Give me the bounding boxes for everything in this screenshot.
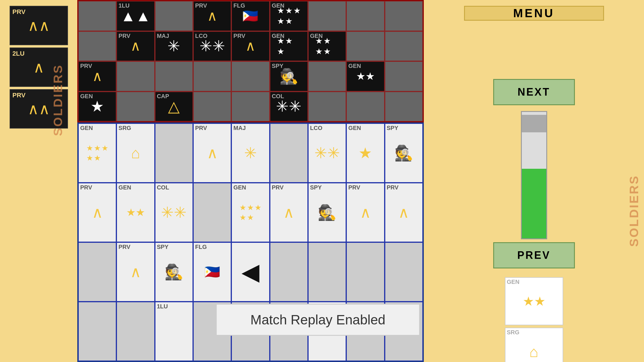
table-row[interactable]: PRV ∧ xyxy=(116,31,155,61)
table-row[interactable]: PRV ∧ xyxy=(385,183,423,242)
prev-button[interactable]: PREV xyxy=(493,242,575,268)
board-wrapper: 1LU ▲▲ PRV ∧ FLG 🇵🇭 GEN ★★★ ★★ PRV ∧ xyxy=(77,0,424,362)
table-row xyxy=(385,92,423,122)
table-row[interactable]: SPY 🕵 xyxy=(270,61,308,92)
table-row[interactable]: GEN ★★ xyxy=(346,61,384,92)
enemy-board: 1LU ▲▲ PRV ∧ FLG 🇵🇭 GEN ★★★ ★★ PRV ∧ xyxy=(77,0,424,122)
table-row[interactable]: PRV ∧ xyxy=(193,1,231,31)
table-row xyxy=(78,242,116,302)
table-row xyxy=(270,242,308,302)
table-row xyxy=(385,1,423,31)
table-row[interactable]: LCO ✳✳ xyxy=(193,31,231,61)
table-row xyxy=(308,61,346,92)
table-row xyxy=(193,92,231,122)
left-soldiers-label: SOLDIERS xyxy=(51,64,65,136)
table-row xyxy=(308,1,346,31)
table-row[interactable]: GEN ★★★ ★★ xyxy=(78,123,116,183)
table-row xyxy=(308,92,346,122)
table-row xyxy=(78,1,116,31)
table-row[interactable]: GEN ★ xyxy=(78,92,116,122)
table-row[interactable]: GEN ★★ ★ xyxy=(270,31,308,61)
table-row xyxy=(78,31,116,61)
table-row xyxy=(193,183,231,242)
table-row xyxy=(308,242,346,302)
progress-thumb xyxy=(522,115,546,132)
right-panel: MENU NEXT PREV GEN ★★ SRG ⌂ 2LU ▲ SOLDIE… xyxy=(424,0,644,362)
table-row[interactable]: 1LU ▲▲ xyxy=(116,1,155,31)
table-row xyxy=(270,123,308,183)
table-row[interactable]: PRV ∧ xyxy=(116,242,155,302)
table-row xyxy=(155,123,193,183)
table-row[interactable]: GEN ★★ xyxy=(116,183,155,242)
table-row[interactable]: COL ✳✳ xyxy=(270,92,308,122)
table-row[interactable]: PRV ∧ xyxy=(270,183,308,242)
table-row xyxy=(231,61,270,92)
table-row[interactable]: PRV ∧ xyxy=(193,123,231,183)
rank-symbol-2: ∧ xyxy=(33,60,44,75)
table-row xyxy=(193,61,231,92)
table-row[interactable]: 1LU xyxy=(155,302,193,361)
table-row xyxy=(346,242,384,302)
table-row[interactable]: MAJ ✳ xyxy=(231,123,270,183)
table-row xyxy=(346,31,384,61)
table-row xyxy=(116,61,155,92)
right-rank-card-1[interactable]: GEN ★★ xyxy=(505,277,563,325)
rank-symbol-3: ∧∧ xyxy=(28,101,50,117)
right-rank-card-2[interactable]: SRG ⌂ xyxy=(505,328,563,362)
table-row[interactable]: PRV ∧ xyxy=(78,61,116,92)
notification-text: Match Replay Enabled xyxy=(251,312,386,327)
table-row[interactable]: GEN ★ xyxy=(346,123,384,183)
table-row xyxy=(385,61,423,92)
rank-label-2: 2LU xyxy=(13,50,25,57)
table-row[interactable]: LCO ✳✳ xyxy=(308,123,346,183)
table-row[interactable]: PRV ∧ xyxy=(78,183,116,242)
table-row xyxy=(385,31,423,61)
table-row xyxy=(385,242,423,302)
table-row[interactable]: ◀ xyxy=(231,242,270,302)
table-row[interactable]: SPY 🕵 xyxy=(155,242,193,302)
notification-bar: Match Replay Enabled xyxy=(216,304,420,336)
rank-label-3: PRV xyxy=(13,92,26,99)
left-rank-card-1[interactable]: PRV ∧∧ xyxy=(10,6,68,45)
table-row[interactable]: FLG 🇵🇭 xyxy=(193,242,231,302)
table-row xyxy=(116,302,155,361)
progress-bar[interactable] xyxy=(521,111,547,239)
table-row[interactable]: SPY 🕵 xyxy=(308,183,346,242)
table-row xyxy=(78,302,116,361)
rank-label-1: PRV xyxy=(13,8,26,16)
table-row[interactable]: MAJ ✳ xyxy=(155,31,193,61)
table-row[interactable]: CAP △ xyxy=(155,92,193,122)
table-row xyxy=(116,92,155,122)
table-row[interactable]: SRG ⌂ xyxy=(116,123,155,183)
table-row xyxy=(155,61,193,92)
left-sidebar: PRV ∧∧ 2LU ∧ PRV ∧∧ SOLDIERS xyxy=(0,0,77,362)
progress-fill xyxy=(522,169,546,238)
right-soldiers-label: SOLDIERS xyxy=(627,175,641,247)
table-row[interactable]: PRV ∧ xyxy=(346,183,384,242)
table-row xyxy=(231,92,270,122)
table-row xyxy=(346,92,384,122)
menu-button[interactable]: MENU xyxy=(464,6,604,21)
table-row[interactable]: PRV ∧ xyxy=(231,31,270,61)
table-row xyxy=(346,1,384,31)
table-row[interactable]: SPY 🕵 xyxy=(385,123,423,183)
table-row[interactable]: COL ✳✳ xyxy=(155,183,193,242)
table-row[interactable]: GEN ★★ ★★ xyxy=(308,31,346,61)
table-row[interactable]: GEN ★★★ ★★ xyxy=(231,183,270,242)
next-button[interactable]: NEXT xyxy=(493,79,575,105)
table-row[interactable]: GEN ★★★ ★★ xyxy=(270,1,308,31)
rank-symbol-1: ∧∧ xyxy=(28,18,50,33)
table-row xyxy=(155,1,193,31)
table-row[interactable]: FLG 🇵🇭 xyxy=(231,1,270,31)
